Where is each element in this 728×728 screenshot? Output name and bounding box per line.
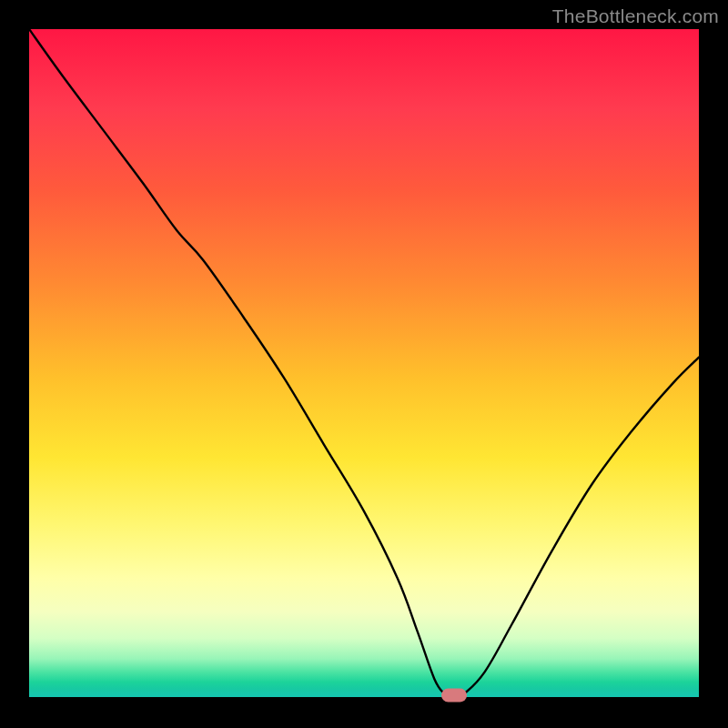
- x-axis-line: [29, 697, 699, 699]
- bottleneck-curve: [29, 29, 699, 699]
- plot-area: [29, 29, 699, 699]
- chart-frame: TheBottleneck.com: [0, 0, 728, 728]
- watermark-text: TheBottleneck.com: [552, 5, 719, 27]
- optimal-marker: [441, 689, 467, 703]
